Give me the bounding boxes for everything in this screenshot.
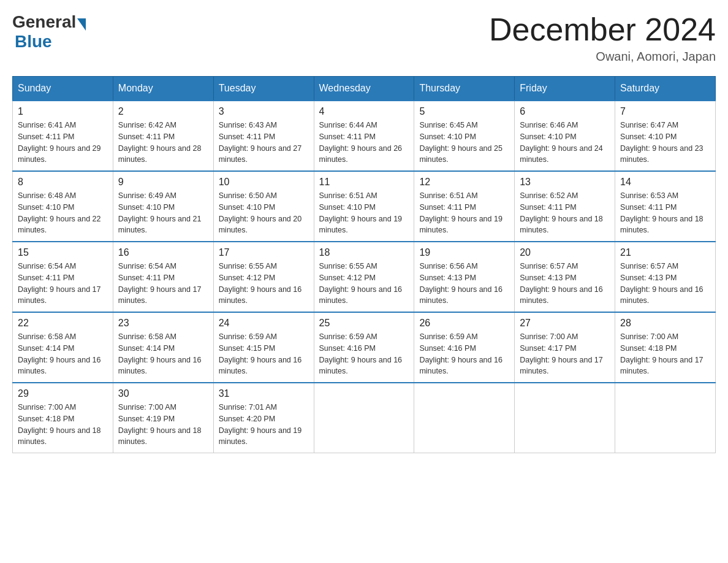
- day-info: Sunrise: 6:59 AM Sunset: 4:16 PM Dayligh…: [319, 331, 409, 377]
- day-number: 20: [520, 247, 610, 258]
- day-info: Sunrise: 6:45 AM Sunset: 4:10 PM Dayligh…: [419, 120, 509, 166]
- logo-blue-text: Blue: [15, 32, 52, 51]
- calendar-cell: 24 Sunrise: 6:59 AM Sunset: 4:15 PM Dayl…: [213, 312, 314, 383]
- day-info: Sunrise: 7:00 AM Sunset: 4:18 PM Dayligh…: [18, 402, 108, 448]
- day-info: Sunrise: 7:00 AM Sunset: 4:19 PM Dayligh…: [118, 402, 208, 448]
- day-info: Sunrise: 7:00 AM Sunset: 4:18 PM Dayligh…: [620, 331, 710, 377]
- week-row-5: 29 Sunrise: 7:00 AM Sunset: 4:18 PM Dayl…: [13, 383, 716, 453]
- day-info: Sunrise: 7:00 AM Sunset: 4:17 PM Dayligh…: [520, 331, 610, 377]
- calendar-cell: 23 Sunrise: 6:58 AM Sunset: 4:14 PM Dayl…: [113, 312, 213, 383]
- calendar-cell: [314, 383, 414, 453]
- day-number: 5: [419, 106, 509, 117]
- day-number: 18: [319, 247, 409, 258]
- calendar-cell: 8 Sunrise: 6:48 AM Sunset: 4:10 PM Dayli…: [13, 171, 113, 242]
- day-number: 2: [118, 106, 208, 117]
- calendar-cell: 12 Sunrise: 6:51 AM Sunset: 4:11 PM Dayl…: [414, 171, 515, 242]
- calendar-cell: 16 Sunrise: 6:54 AM Sunset: 4:11 PM Dayl…: [113, 242, 213, 312]
- calendar-header-row: SundayMondayTuesdayWednesdayThursdayFrid…: [13, 77, 716, 101]
- calendar-cell: 5 Sunrise: 6:45 AM Sunset: 4:10 PM Dayli…: [414, 101, 515, 171]
- calendar-cell: 30 Sunrise: 7:00 AM Sunset: 4:19 PM Dayl…: [113, 383, 213, 453]
- calendar-cell: 19 Sunrise: 6:56 AM Sunset: 4:13 PM Dayl…: [414, 242, 515, 312]
- calendar-cell: 15 Sunrise: 6:54 AM Sunset: 4:11 PM Dayl…: [13, 242, 113, 312]
- day-number: 30: [118, 388, 208, 399]
- day-number: 19: [419, 247, 509, 258]
- day-number: 8: [18, 177, 108, 188]
- logo-general-text: General: [12, 12, 76, 32]
- month-title: December 2024: [489, 12, 716, 47]
- day-number: 16: [118, 247, 208, 258]
- day-info: Sunrise: 6:43 AM Sunset: 4:11 PM Dayligh…: [219, 120, 309, 166]
- calendar-cell: 31 Sunrise: 7:01 AM Sunset: 4:20 PM Dayl…: [213, 383, 314, 453]
- day-number: 7: [620, 106, 710, 117]
- day-info: Sunrise: 6:54 AM Sunset: 4:11 PM Dayligh…: [118, 261, 208, 307]
- day-info: Sunrise: 6:44 AM Sunset: 4:11 PM Dayligh…: [319, 120, 409, 166]
- calendar-cell: 9 Sunrise: 6:49 AM Sunset: 4:10 PM Dayli…: [113, 171, 213, 242]
- day-number: 22: [18, 318, 108, 329]
- column-header-sunday: Sunday: [13, 77, 113, 101]
- day-info: Sunrise: 6:59 AM Sunset: 4:16 PM Dayligh…: [419, 331, 509, 377]
- week-row-2: 8 Sunrise: 6:48 AM Sunset: 4:10 PM Dayli…: [13, 171, 716, 242]
- day-number: 17: [219, 247, 309, 258]
- day-number: 9: [118, 177, 208, 188]
- week-row-1: 1 Sunrise: 6:41 AM Sunset: 4:11 PM Dayli…: [13, 101, 716, 171]
- page-header: General Blue December 2024 Owani, Aomori…: [12, 12, 716, 64]
- day-number: 25: [319, 318, 409, 329]
- calendar-cell: 21 Sunrise: 6:57 AM Sunset: 4:13 PM Dayl…: [615, 242, 716, 312]
- calendar-cell: 6 Sunrise: 6:46 AM Sunset: 4:10 PM Dayli…: [515, 101, 615, 171]
- day-info: Sunrise: 6:49 AM Sunset: 4:10 PM Dayligh…: [118, 190, 208, 236]
- day-number: 1: [18, 106, 108, 117]
- day-info: Sunrise: 6:52 AM Sunset: 4:11 PM Dayligh…: [520, 190, 610, 236]
- calendar-cell: 1 Sunrise: 6:41 AM Sunset: 4:11 PM Dayli…: [13, 101, 113, 171]
- day-info: Sunrise: 6:55 AM Sunset: 4:12 PM Dayligh…: [319, 261, 409, 307]
- column-header-saturday: Saturday: [615, 77, 716, 101]
- day-info: Sunrise: 6:55 AM Sunset: 4:12 PM Dayligh…: [219, 261, 309, 307]
- week-row-3: 15 Sunrise: 6:54 AM Sunset: 4:11 PM Dayl…: [13, 242, 716, 312]
- day-info: Sunrise: 6:51 AM Sunset: 4:11 PM Dayligh…: [419, 190, 509, 236]
- logo: General Blue: [12, 12, 87, 52]
- day-number: 29: [18, 388, 108, 399]
- location-subtitle: Owani, Aomori, Japan: [489, 50, 716, 64]
- calendar-cell: 14 Sunrise: 6:53 AM Sunset: 4:11 PM Dayl…: [615, 171, 716, 242]
- column-header-monday: Monday: [113, 77, 213, 101]
- calendar-cell: 13 Sunrise: 6:52 AM Sunset: 4:11 PM Dayl…: [515, 171, 615, 242]
- day-info: Sunrise: 6:51 AM Sunset: 4:10 PM Dayligh…: [319, 190, 409, 236]
- calendar-cell: 25 Sunrise: 6:59 AM Sunset: 4:16 PM Dayl…: [314, 312, 414, 383]
- calendar-cell: 2 Sunrise: 6:42 AM Sunset: 4:11 PM Dayli…: [113, 101, 213, 171]
- day-number: 4: [319, 106, 409, 117]
- day-info: Sunrise: 6:48 AM Sunset: 4:10 PM Dayligh…: [18, 190, 108, 236]
- calendar-cell: 22 Sunrise: 6:58 AM Sunset: 4:14 PM Dayl…: [13, 312, 113, 383]
- calendar-table: SundayMondayTuesdayWednesdayThursdayFrid…: [12, 76, 716, 453]
- calendar-cell: 10 Sunrise: 6:50 AM Sunset: 4:10 PM Dayl…: [213, 171, 314, 242]
- day-info: Sunrise: 6:59 AM Sunset: 4:15 PM Dayligh…: [219, 331, 309, 377]
- day-number: 27: [520, 318, 610, 329]
- day-info: Sunrise: 7:01 AM Sunset: 4:20 PM Dayligh…: [219, 402, 309, 448]
- calendar-cell: 18 Sunrise: 6:55 AM Sunset: 4:12 PM Dayl…: [314, 242, 414, 312]
- calendar-cell: [515, 383, 615, 453]
- day-number: 10: [219, 177, 309, 188]
- calendar-cell: 20 Sunrise: 6:57 AM Sunset: 4:13 PM Dayl…: [515, 242, 615, 312]
- day-info: Sunrise: 6:42 AM Sunset: 4:11 PM Dayligh…: [118, 120, 208, 166]
- day-number: 26: [419, 318, 509, 329]
- calendar-cell: [414, 383, 515, 453]
- calendar-cell: 17 Sunrise: 6:55 AM Sunset: 4:12 PM Dayl…: [213, 242, 314, 312]
- day-number: 23: [118, 318, 208, 329]
- day-info: Sunrise: 6:46 AM Sunset: 4:10 PM Dayligh…: [520, 120, 610, 166]
- calendar-cell: 26 Sunrise: 6:59 AM Sunset: 4:16 PM Dayl…: [414, 312, 515, 383]
- calendar-cell: 29 Sunrise: 7:00 AM Sunset: 4:18 PM Dayl…: [13, 383, 113, 453]
- day-info: Sunrise: 6:58 AM Sunset: 4:14 PM Dayligh…: [118, 331, 208, 377]
- day-number: 31: [219, 388, 309, 399]
- calendar-cell: [615, 383, 716, 453]
- day-number: 11: [319, 177, 409, 188]
- logo-triangle-icon: [77, 18, 86, 31]
- day-number: 3: [219, 106, 309, 117]
- title-section: December 2024 Owani, Aomori, Japan: [489, 12, 716, 64]
- day-number: 15: [18, 247, 108, 258]
- day-info: Sunrise: 6:54 AM Sunset: 4:11 PM Dayligh…: [18, 261, 108, 307]
- day-info: Sunrise: 6:57 AM Sunset: 4:13 PM Dayligh…: [620, 261, 710, 307]
- column-header-wednesday: Wednesday: [314, 77, 414, 101]
- day-number: 21: [620, 247, 710, 258]
- day-number: 24: [219, 318, 309, 329]
- day-info: Sunrise: 6:50 AM Sunset: 4:10 PM Dayligh…: [219, 190, 309, 236]
- day-number: 12: [419, 177, 509, 188]
- day-info: Sunrise: 6:41 AM Sunset: 4:11 PM Dayligh…: [18, 120, 108, 166]
